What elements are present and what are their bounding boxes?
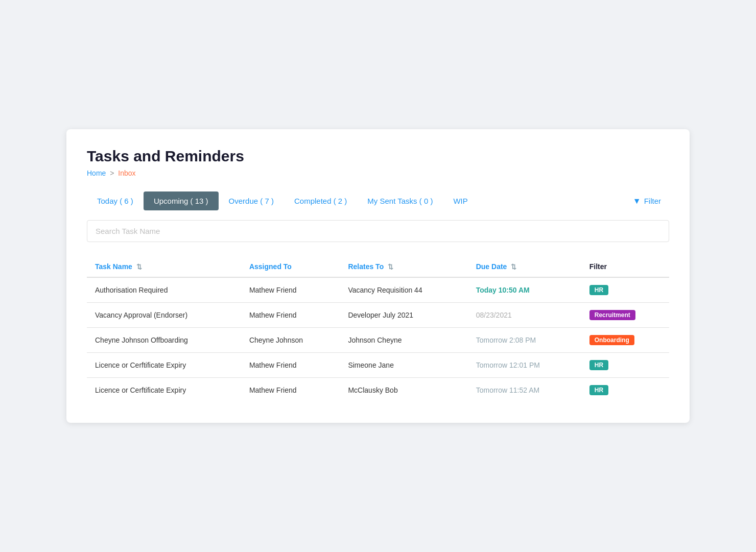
table-row[interactable]: Authorisation RequiredMathew FriendVacan… xyxy=(87,277,669,303)
search-input[interactable] xyxy=(87,220,669,242)
table-row[interactable]: Licence or Cerftificate ExpiryMathew Fri… xyxy=(87,378,669,403)
badge-hr: HR xyxy=(589,360,608,370)
cell-due-date: Tomorrow 2:08 PM xyxy=(468,328,581,353)
cell-assigned-to: Mathew Friend xyxy=(241,303,340,328)
col-relates-to-label: Relates To xyxy=(348,262,384,271)
cell-due-date: 08/23/2021 xyxy=(468,303,581,328)
cell-badge: Onboarding xyxy=(581,328,669,353)
tab-wip[interactable]: WIP xyxy=(443,191,478,210)
cell-relates-to: Vacancy Requisition 44 xyxy=(340,277,467,303)
cell-relates-to: McClausky Bob xyxy=(340,378,467,403)
cell-assigned-to: Mathew Friend xyxy=(241,277,340,303)
tabs-bar: Today ( 6 ) Upcoming ( 13 ) Overdue ( 7 … xyxy=(87,191,669,211)
cell-task-name: Licence or Cerftificate Expiry xyxy=(87,353,241,378)
breadcrumb-home[interactable]: Home xyxy=(87,169,106,177)
cell-due-date: Tomorrow 12:01 PM xyxy=(468,353,581,378)
table-row[interactable]: Vacancy Approval (Endorser)Mathew Friend… xyxy=(87,303,669,328)
cell-assigned-to: Mathew Friend xyxy=(241,378,340,403)
cell-due-date: Tomorrow 11:52 AM xyxy=(468,378,581,403)
breadcrumb-current: Inbox xyxy=(118,169,135,177)
tab-today[interactable]: Today ( 6 ) xyxy=(87,191,144,210)
sort-task-name-icon[interactable]: ⇅ xyxy=(136,263,142,271)
table-row[interactable]: Cheyne Johnson OffboardingCheyne Johnson… xyxy=(87,328,669,353)
cell-assigned-to: Cheyne Johnson xyxy=(241,328,340,353)
cell-task-name: Authorisation Required xyxy=(87,277,241,303)
cell-assigned-to: Mathew Friend xyxy=(241,353,340,378)
page-title: Tasks and Reminders xyxy=(87,148,669,165)
cell-relates-to: Johnson Cheyne xyxy=(340,328,467,353)
cell-relates-to: Developer July 2021 xyxy=(340,303,467,328)
breadcrumb: Home > Inbox xyxy=(87,169,669,177)
main-card: Tasks and Reminders Home > Inbox Today (… xyxy=(66,129,690,423)
badge-recruitment: Recruitment xyxy=(589,310,635,320)
tab-upcoming[interactable]: Upcoming ( 13 ) xyxy=(144,191,219,210)
col-task-name-label: Task Name xyxy=(95,262,132,271)
col-relates-to: Relates To ⇅ xyxy=(340,256,467,278)
badge-onboarding: Onboarding xyxy=(589,335,634,345)
col-assigned-to: Assigned To xyxy=(241,256,340,278)
col-task-name: Task Name ⇅ xyxy=(87,256,241,278)
tab-overdue[interactable]: Overdue ( 7 ) xyxy=(219,191,284,210)
tab-sent[interactable]: My Sent Tasks ( 0 ) xyxy=(357,191,443,210)
badge-hr: HR xyxy=(589,285,608,295)
filter-label: Filter xyxy=(644,197,661,205)
cell-badge: HR xyxy=(581,277,669,303)
cell-relates-to: Simeone Jane xyxy=(340,353,467,378)
col-assigned-to-label: Assigned To xyxy=(249,262,292,271)
cell-badge: HR xyxy=(581,378,669,403)
filter-icon: ▼ xyxy=(633,197,641,206)
cell-badge: HR xyxy=(581,353,669,378)
cell-task-name: Cheyne Johnson Offboarding xyxy=(87,328,241,353)
table-header-row: Task Name ⇅ Assigned To Relates To ⇅ Due… xyxy=(87,256,669,278)
col-filter: Filter xyxy=(581,256,669,278)
col-due-date: Due Date ⇅ xyxy=(468,256,581,278)
cell-due-date: Today 10:50 AM xyxy=(468,277,581,303)
badge-hr: HR xyxy=(589,385,608,395)
sort-due-date-icon[interactable]: ⇅ xyxy=(511,263,516,271)
cell-task-name: Vacancy Approval (Endorser) xyxy=(87,303,241,328)
col-filter-label: Filter xyxy=(589,262,607,271)
filter-button[interactable]: ▼ Filter xyxy=(625,191,669,211)
breadcrumb-separator: > xyxy=(110,169,114,177)
tab-completed[interactable]: Completed ( 2 ) xyxy=(284,191,357,210)
cell-task-name: Licence or Cerftificate Expiry xyxy=(87,378,241,403)
table-row[interactable]: Licence or Cerftificate ExpiryMathew Fri… xyxy=(87,353,669,378)
sort-relates-to-icon[interactable]: ⇅ xyxy=(388,263,393,271)
tasks-table: Task Name ⇅ Assigned To Relates To ⇅ Due… xyxy=(87,256,669,403)
cell-badge: Recruitment xyxy=(581,303,669,328)
col-due-date-label: Due Date xyxy=(476,262,507,271)
